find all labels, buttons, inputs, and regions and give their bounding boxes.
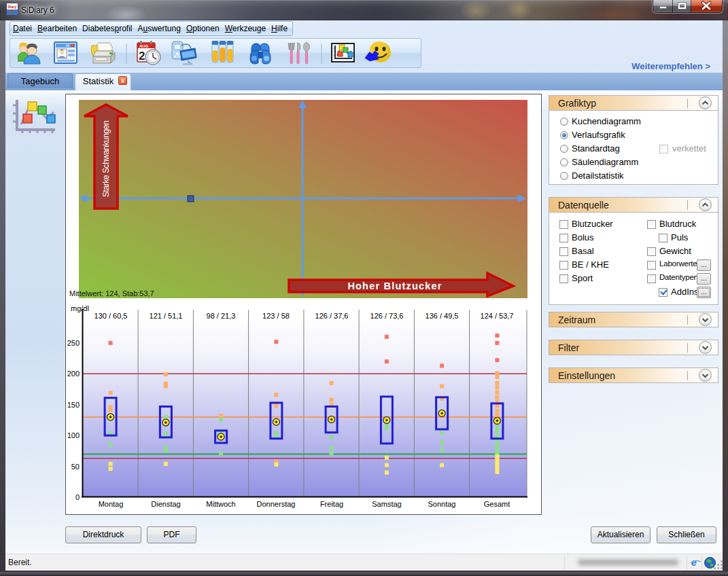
svg-text:Gesamt: Gesamt bbox=[484, 500, 510, 508]
svg-text:150: 150 bbox=[67, 401, 80, 409]
svg-text:Mittwoch: Mittwoch bbox=[206, 500, 235, 508]
svg-text:Donnerstag: Donnerstag bbox=[257, 500, 296, 508]
svg-text:136 / 49,5: 136 / 49,5 bbox=[426, 312, 459, 320]
svg-text:121 / 51,1: 121 / 51,1 bbox=[150, 312, 183, 320]
svg-text:Dienstag: Dienstag bbox=[151, 500, 180, 508]
svg-text:Hoher Blutzucker: Hoher Blutzucker bbox=[347, 281, 442, 291]
svg-text:98 / 21,3: 98 / 21,3 bbox=[207, 312, 236, 320]
svg-text:50: 50 bbox=[71, 463, 80, 471]
svg-text:126 / 73,6: 126 / 73,6 bbox=[370, 312, 404, 320]
svg-text:126 / 37,6: 126 / 37,6 bbox=[315, 312, 349, 320]
svg-text:200: 200 bbox=[67, 370, 80, 378]
svg-text:250: 250 bbox=[67, 339, 80, 347]
svg-text:mg/dl: mg/dl bbox=[71, 304, 89, 312]
svg-text:Starke Schwankungen: Starke Schwankungen bbox=[101, 121, 111, 197]
svg-text:Montag: Montag bbox=[99, 500, 124, 508]
svg-text:2: 2 bbox=[139, 50, 145, 62]
svg-text:Freitag: Freitag bbox=[320, 500, 343, 508]
svg-text:AUG: AUG bbox=[139, 44, 149, 48]
svg-text:Samstag: Samstag bbox=[372, 500, 401, 508]
svg-text:123 / 58: 123 / 58 bbox=[262, 312, 290, 320]
svg-text:Diary: Diary bbox=[8, 5, 17, 9]
svg-text:0: 0 bbox=[75, 493, 80, 501]
svg-text:Sonntag: Sonntag bbox=[428, 500, 456, 508]
svg-text:124 / 53,7: 124 / 53,7 bbox=[481, 312, 514, 320]
svg-text:100: 100 bbox=[67, 431, 80, 439]
svg-text:130 / 60,5: 130 / 60,5 bbox=[94, 312, 128, 320]
